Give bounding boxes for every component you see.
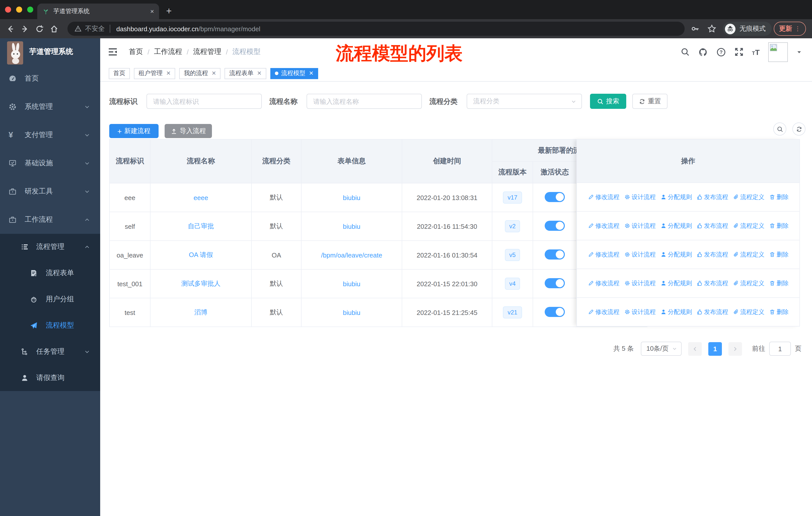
sidebar-item-leave-query[interactable]: 请假查询 [0,365,100,391]
fullscreen-icon[interactable] [734,47,743,56]
assign-rules-link[interactable]: 分配规则 [660,279,692,288]
help-icon[interactable]: ? [716,47,726,57]
breadcrumb-home[interactable]: 首页 [129,47,143,56]
process-definition-link[interactable]: 流程定义 [733,221,764,230]
search-button[interactable]: 搜索 [590,94,626,109]
delete-link[interactable]: 删除 [769,250,789,259]
new-tab-button[interactable]: + [166,5,172,17]
reset-button[interactable]: 重置 [632,94,668,109]
prev-page-button[interactable] [688,342,702,355]
breadcrumb-workflow[interactable]: 工作流程 [154,47,182,56]
incognito-badge[interactable]: 无痕模式 [723,22,772,36]
cell-form-info[interactable]: biubiu [301,298,402,327]
publish-process-link[interactable]: 发布流程 [696,308,728,316]
close-icon[interactable]: ✕ [166,70,171,77]
cell-active-toggle[interactable] [533,241,577,269]
close-icon[interactable]: ✕ [257,70,262,77]
cell-form-info[interactable]: biubiu [301,183,402,212]
create-process-button[interactable]: + 新建流程 [109,124,158,138]
tag-process-model[interactable]: 流程模型✕ [270,68,318,79]
edit-process-link[interactable]: 修改流程 [588,221,619,230]
design-process-link[interactable]: 设计流程 [624,279,656,288]
publish-process-link[interactable]: 发布流程 [696,279,728,288]
cell-form-info[interactable]: /bpm/oa/leave/create [301,241,402,269]
sidebar-item-task-management[interactable]: 任务管理 [0,338,100,365]
sidebar-item-workflow[interactable]: 工作流程 [0,206,100,234]
sidebar-item-home[interactable]: 首页 [0,64,100,93]
cell-process-name[interactable]: 自己审批 [150,212,252,241]
caret-down-icon[interactable] [796,49,802,55]
browser-menu-icon[interactable]: ⋮ [794,26,801,31]
cell-form-info[interactable]: biubiu [301,269,402,298]
process-name-input[interactable] [307,94,422,109]
sidebar-item-system[interactable]: 系统管理 [0,93,100,121]
github-icon[interactable] [698,47,707,57]
publish-process-link[interactable]: 发布流程 [696,221,728,230]
sidebar-item-process-form[interactable]: 流程表单 [0,260,100,286]
tag-tenant[interactable]: 租户管理✕ [134,68,175,79]
assign-rules-link[interactable]: 分配规则 [660,308,692,316]
edit-process-link[interactable]: 修改流程 [588,193,619,201]
process-definition-link[interactable]: 流程定义 [733,250,764,259]
next-page-button[interactable] [728,342,742,355]
process-category-select[interactable]: 流程分类 [467,94,582,109]
cell-process-name[interactable]: OA 请假 [150,241,252,269]
browser-update-button[interactable]: 更新 ⋮ [774,22,806,36]
sidebar-item-payment[interactable]: ¥ 支付管理 [0,121,100,149]
show-search-button[interactable] [773,123,786,136]
sidebar-item-infrastructure[interactable]: 基础设施 [0,149,100,178]
design-process-link[interactable]: 设计流程 [624,250,656,259]
forward-icon[interactable] [21,24,29,33]
process-definition-link[interactable]: 流程定义 [733,308,764,316]
sidebar-item-process-model[interactable]: 流程模型 [0,313,100,338]
cell-form-info[interactable]: biubiu [301,212,402,241]
cell-active-toggle[interactable] [533,183,577,212]
mac-close-button[interactable] [5,6,11,12]
close-icon[interactable]: ✕ [309,70,313,77]
mac-zoom-button[interactable] [27,6,33,12]
search-icon[interactable] [680,47,689,56]
sidebar-item-dev-tools[interactable]: 研发工具 [0,178,100,206]
mac-minimize-button[interactable] [16,6,22,12]
home-icon[interactable] [50,24,58,33]
back-icon[interactable] [6,24,14,33]
tag-process-form[interactable]: 流程表单✕ [225,68,266,79]
tab-close-icon[interactable]: × [150,7,154,15]
assign-rules-link[interactable]: 分配规则 [660,221,692,230]
bookmark-star-icon[interactable] [707,24,716,33]
cell-process-name[interactable]: 测试多审批人 [150,269,252,298]
cell-process-name[interactable]: eeee [150,183,252,212]
breadcrumb-process-management[interactable]: 流程管理 [193,47,222,56]
cell-active-toggle[interactable] [533,212,577,241]
delete-link[interactable]: 删除 [769,308,789,316]
page-number-1[interactable]: 1 [708,342,722,355]
refresh-table-button[interactable] [792,123,806,136]
design-process-link[interactable]: 设计流程 [624,193,656,201]
font-size-icon[interactable]: TT [752,48,760,56]
edit-process-link[interactable]: 修改流程 [588,279,619,288]
security-warning-icon[interactable] [75,25,82,32]
browser-tab[interactable]: 芋道管理系统 × [37,3,159,19]
sidebar-collapse-icon[interactable] [108,47,118,57]
tag-home[interactable]: 首页 [109,68,130,79]
import-process-button[interactable]: 导入流程 [165,124,212,138]
process-definition-link[interactable]: 流程定义 [733,279,764,288]
url-bar[interactable]: 不安全 dashboard.yudao.iocoder.cn /bpm/mana… [67,22,685,36]
process-id-input[interactable] [146,94,262,109]
avatar[interactable] [768,42,788,62]
password-key-icon[interactable] [691,24,700,33]
reload-icon[interactable] [35,24,44,33]
delete-link[interactable]: 删除 [769,279,789,288]
assign-rules-link[interactable]: 分配规则 [660,250,692,259]
design-process-link[interactable]: 设计流程 [624,308,656,316]
edit-process-link[interactable]: 修改流程 [588,250,619,259]
design-process-link[interactable]: 设计流程 [624,221,656,230]
cell-active-toggle[interactable] [533,269,577,298]
process-definition-link[interactable]: 流程定义 [733,193,764,201]
tag-my-process[interactable]: 我的流程✕ [179,68,221,79]
sidebar-logo[interactable]: 芋道管理系统 [0,38,100,64]
cell-active-toggle[interactable] [533,298,577,327]
page-size-select[interactable]: 10条/页 [641,342,682,356]
sidebar-item-user-group[interactable]: 用户分组 [0,286,100,313]
cell-process-name[interactable]: 滔博 [150,298,252,327]
